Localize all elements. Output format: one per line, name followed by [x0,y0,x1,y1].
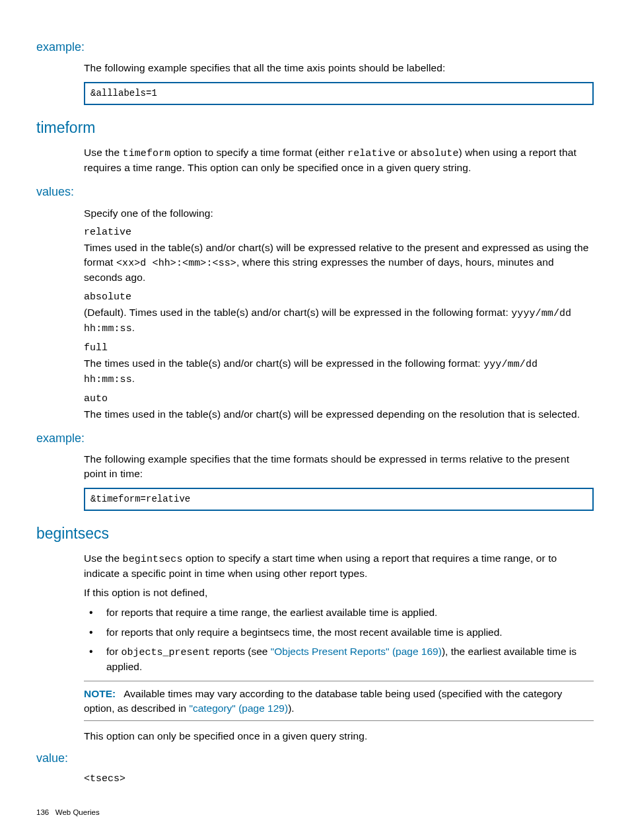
heading-values: values: [36,184,594,200]
para-begintsecs-1: Use the begintsecs option to specify a s… [84,551,594,581]
term-relative: relative [84,225,594,239]
text-fragment: for [106,646,121,657]
text-fragment: option to specify a time format (either [170,147,347,158]
heading-timeform: timeform [36,117,594,138]
para-example-1: The following example specifies that all… [84,61,594,75]
list-item: for reports that only require a begintse… [84,625,594,640]
text-fragment: The times used in the table(s) and/or ch… [84,358,483,369]
bullet-list: for reports that require a time range, t… [84,605,594,674]
term-tsecs: <tsecs> [84,772,594,786]
term-auto: auto [84,392,594,406]
text-fragment: Use the [84,147,123,158]
page-number: 136 [36,808,49,816]
note-label: NOTE: [84,688,116,699]
text-fragment: or [396,147,411,158]
desc-full: The times used in the table(s) and/or ch… [84,356,594,387]
codebox-timeform: &timeform=relative [84,488,594,512]
text-fragment: (Default). Times used in the table(s) an… [84,307,511,318]
heading-begintsecs: begintsecs [36,523,594,544]
inline-code-relative: relative [347,148,396,159]
text-fragment: reports (see [210,646,270,657]
inline-code-format-relative: <xx>d <hh>:<mm>:<ss> [116,258,236,269]
footer-title: Web Queries [55,808,100,816]
note-text-pre: Available times may vary according to th… [84,688,562,714]
heading-example-2: example: [36,430,594,447]
list-item: for objects_present reports (see "Object… [84,644,594,674]
list-item: for reports that require a time range, t… [84,605,594,620]
note-box: NOTE: Available times may vary according… [84,681,594,721]
inline-code-absolute: absolute [411,148,459,159]
term-absolute: absolute [84,290,594,304]
note-text-post: ). [288,703,294,714]
heading-example-1: example: [36,39,594,56]
para-values-intro: Specify one of the following: [84,206,594,221]
para-example-2: The following example specifies that the… [84,452,594,480]
desc-absolute: (Default). Times used in the table(s) an… [84,305,594,336]
page-footer: 136 Web Queries [36,807,594,818]
para-begintsecs-3: This option can only be specified once i… [84,729,594,744]
link-category[interactable]: "category" (page 129) [189,703,288,714]
codebox-alllabels: &alllabels=1 [84,82,594,106]
link-objects-present-reports[interactable]: "Objects Present Reports" (page 169) [271,646,442,657]
text-fragment: . [132,373,135,384]
text-fragment: . [132,322,135,333]
heading-value: value: [36,750,594,767]
text-fragment: Use the [84,553,123,564]
para-begintsecs-2: If this option is not defined, [84,586,594,600]
desc-relative: Times used in the table(s) and/or chart(… [84,241,594,284]
inline-code-begintsecs: begintsecs [123,554,183,565]
para-timeform-intro: Use the timeform option to specify a tim… [84,145,594,175]
inline-code-timeform: timeform [123,148,171,159]
inline-code-objects-present: objects_present [121,647,210,658]
desc-auto: The times used in the table(s) and/or ch… [84,407,594,422]
term-full: full [84,341,594,355]
